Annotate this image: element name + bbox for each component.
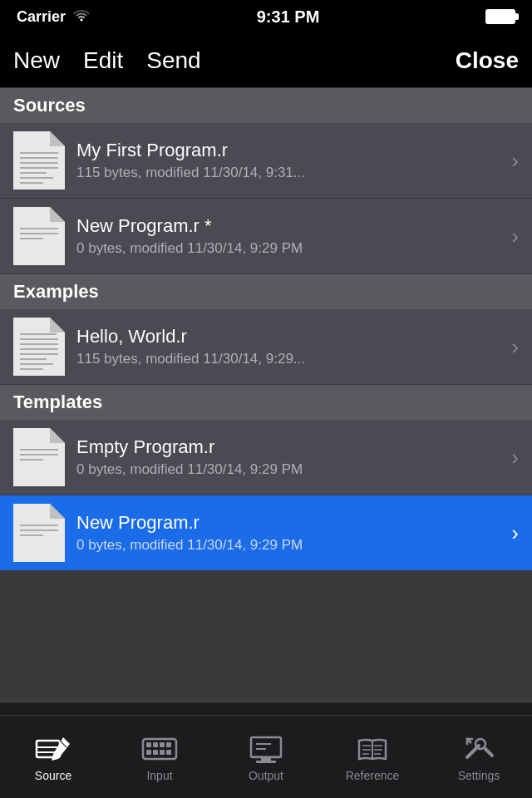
- svg-rect-45: [160, 750, 165, 755]
- file-meta: 0 bytes, modified 11/30/14, 9:29 PM: [76, 240, 505, 257]
- file-meta: 0 bytes, modified 11/30/14, 9:29 PM: [76, 461, 505, 478]
- file-icon: [13, 318, 65, 376]
- file-name: My First Program.r: [76, 140, 505, 161]
- svg-marker-25: [50, 428, 65, 443]
- output-icon: [246, 732, 286, 766]
- tab-settings-label: Settings: [458, 769, 500, 782]
- file-info: My First Program.r 115 bytes, modified 1…: [76, 140, 505, 181]
- svg-rect-43: [146, 750, 151, 755]
- file-icon: [13, 131, 65, 190]
- chevron-right-icon: ›: [511, 224, 519, 249]
- file-row-new-program-template[interactable]: New Program.r 0 bytes, modified 11/30/14…: [0, 495, 532, 571]
- wifi-icon: [72, 8, 91, 26]
- svg-rect-39: [146, 742, 151, 747]
- settings-icon: [459, 732, 499, 766]
- nav-left-buttons: New Edit Send: [13, 47, 201, 74]
- file-icon: [13, 504, 65, 562]
- section-header-sources: Sources: [0, 88, 532, 123]
- edit-button[interactable]: Edit: [83, 47, 123, 74]
- file-name: New Program.r: [76, 512, 505, 534]
- reference-icon: [352, 732, 392, 766]
- svg-rect-46: [166, 750, 171, 755]
- file-info: New Program.r 0 bytes, modified 11/30/14…: [76, 512, 505, 554]
- svg-marker-10: [50, 207, 65, 222]
- empty-area: [0, 571, 532, 702]
- tab-output-label: Output: [249, 769, 283, 782]
- tab-settings[interactable]: Settings: [426, 716, 532, 798]
- battery-indicator: [485, 9, 515, 24]
- input-icon: [140, 732, 180, 766]
- file-row-my-first-program[interactable]: My First Program.r 115 bytes, modified 1…: [0, 123, 532, 199]
- chevron-right-icon: ›: [511, 148, 519, 174]
- file-meta: 115 bytes, modified 11/30/14, 9:29...: [76, 351, 505, 367]
- chevron-right-icon: ›: [511, 445, 519, 470]
- file-row-hello-world[interactable]: Hello, World.r 115 bytes, modified 11/30…: [0, 309, 532, 385]
- svg-rect-40: [153, 742, 158, 747]
- svg-marker-15: [50, 318, 65, 332]
- file-info: Hello, World.r 115 bytes, modified 11/30…: [76, 326, 505, 367]
- svg-rect-38: [143, 739, 176, 759]
- send-button[interactable]: Send: [146, 47, 200, 74]
- chevron-right-icon: ›: [511, 520, 519, 546]
- carrier-label: Carrier: [17, 8, 66, 26]
- status-bar: Carrier 9:31 PM: [0, 0, 532, 33]
- file-row-empty-program[interactable]: Empty Program.r 0 bytes, modified 11/30/…: [0, 420, 532, 495]
- file-row-new-program-source[interactable]: New Program.r * 0 bytes, modified 11/30/…: [0, 199, 532, 274]
- file-meta: 115 bytes, modified 11/30/14, 9:31...: [76, 165, 505, 181]
- tab-source-label: Source: [35, 769, 71, 782]
- svg-rect-47: [251, 737, 281, 757]
- time-label: 9:31 PM: [257, 7, 320, 27]
- file-meta: 0 bytes, modified 11/30/14, 9:29 PM: [76, 537, 505, 554]
- tab-reference[interactable]: Reference: [319, 716, 426, 798]
- section-header-templates: Templates: [0, 385, 532, 420]
- file-icon: [13, 207, 65, 265]
- svg-rect-48: [251, 756, 281, 758]
- divider: [0, 702, 532, 702]
- file-name: Hello, World.r: [76, 326, 505, 347]
- file-icon: [13, 428, 65, 486]
- svg-line-62: [485, 749, 492, 756]
- file-name: New Program.r *: [76, 215, 505, 237]
- svg-marker-30: [50, 504, 65, 519]
- svg-rect-44: [153, 750, 158, 755]
- tab-input-label: Input: [146, 769, 172, 782]
- tab-bar: Source Input: [0, 715, 532, 798]
- svg-rect-42: [166, 742, 171, 747]
- svg-rect-49: [261, 758, 271, 761]
- tab-input[interactable]: Input: [106, 716, 213, 798]
- main-content: Sources My First Program.r 115 bytes, mo…: [0, 88, 532, 571]
- source-icon: [33, 732, 73, 766]
- svg-rect-50: [256, 761, 276, 763]
- file-info: New Program.r * 0 bytes, modified 11/30/…: [76, 215, 505, 257]
- carrier-wifi: Carrier: [17, 8, 91, 26]
- svg-point-61: [475, 739, 485, 749]
- nav-bar: New Edit Send Close: [0, 33, 532, 88]
- new-button[interactable]: New: [13, 47, 60, 74]
- file-info: Empty Program.r 0 bytes, modified 11/30/…: [76, 436, 505, 478]
- svg-rect-41: [160, 742, 165, 747]
- file-name: Empty Program.r: [76, 436, 505, 458]
- section-header-examples: Examples: [0, 274, 532, 309]
- tab-output[interactable]: Output: [213, 716, 319, 798]
- svg-marker-1: [50, 131, 65, 146]
- chevron-right-icon: ›: [511, 334, 519, 360]
- tab-reference-label: Reference: [346, 769, 400, 782]
- tab-source[interactable]: Source: [0, 716, 106, 798]
- close-button[interactable]: Close: [456, 47, 519, 74]
